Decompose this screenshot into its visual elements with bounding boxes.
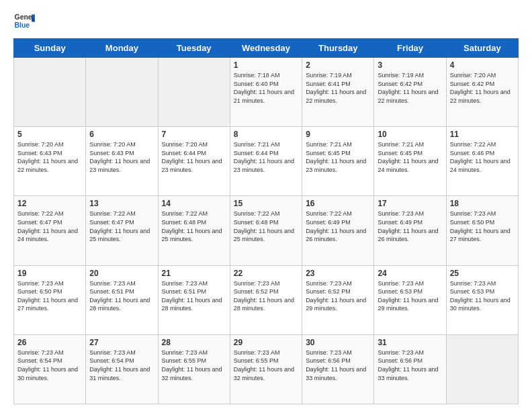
- weekday-header-monday: Monday: [86, 39, 158, 58]
- day-info: Sunrise: 7:23 AMSunset: 6:53 PMDaylight:…: [450, 279, 515, 313]
- logo-icon: General Blue: [13, 10, 35, 32]
- calendar-cell: 11Sunrise: 7:22 AMSunset: 6:46 PMDayligh…: [446, 127, 518, 196]
- calendar-cell: 29Sunrise: 7:23 AMSunset: 6:55 PMDayligh…: [230, 334, 302, 404]
- calendar-cell: 6Sunrise: 7:20 AMSunset: 6:43 PMDaylight…: [86, 127, 158, 196]
- calendar-cell: 8Sunrise: 7:21 AMSunset: 6:44 PMDaylight…: [230, 127, 302, 196]
- day-number: 1: [234, 60, 298, 70]
- day-number: 22: [234, 269, 298, 278]
- calendar-cell: 31Sunrise: 7:23 AMSunset: 6:56 PMDayligh…: [374, 334, 446, 404]
- day-info: Sunrise: 7:20 AMSunset: 6:44 PMDaylight:…: [162, 140, 226, 174]
- week-row-5: 26Sunrise: 7:23 AMSunset: 6:54 PMDayligh…: [14, 334, 519, 404]
- calendar-cell: 24Sunrise: 7:23 AMSunset: 6:53 PMDayligh…: [374, 265, 446, 334]
- day-info: Sunrise: 7:23 AMSunset: 6:55 PMDaylight:…: [162, 349, 226, 382]
- week-row-4: 19Sunrise: 7:23 AMSunset: 6:50 PMDayligh…: [14, 265, 519, 334]
- day-number: 9: [306, 130, 370, 139]
- day-number: 30: [306, 338, 370, 347]
- calendar-cell: 22Sunrise: 7:23 AMSunset: 6:52 PMDayligh…: [230, 265, 302, 334]
- day-number: 6: [89, 130, 154, 139]
- week-row-2: 5Sunrise: 7:20 AMSunset: 6:43 PMDaylight…: [14, 127, 519, 196]
- day-info: Sunrise: 7:23 AMSunset: 6:51 PMDaylight:…: [162, 279, 226, 313]
- day-info: Sunrise: 7:23 AMSunset: 6:54 PMDaylight:…: [17, 349, 82, 382]
- day-info: Sunrise: 7:23 AMSunset: 6:56 PMDaylight:…: [378, 349, 442, 382]
- calendar-cell: 12Sunrise: 7:22 AMSunset: 6:47 PMDayligh…: [14, 196, 86, 265]
- calendar-cell: 26Sunrise: 7:23 AMSunset: 6:54 PMDayligh…: [14, 334, 86, 404]
- calendar-cell: [446, 334, 518, 404]
- day-number: 23: [306, 269, 370, 278]
- day-number: 13: [89, 199, 154, 208]
- weekday-header-friday: Friday: [374, 39, 446, 58]
- day-info: Sunrise: 7:19 AMSunset: 6:41 PMDaylight:…: [306, 71, 370, 105]
- day-info: Sunrise: 7:20 AMSunset: 6:43 PMDaylight:…: [17, 140, 82, 174]
- day-info: Sunrise: 7:23 AMSunset: 6:52 PMDaylight:…: [234, 279, 298, 313]
- week-row-3: 12Sunrise: 7:22 AMSunset: 6:47 PMDayligh…: [14, 196, 519, 265]
- calendar-cell: 30Sunrise: 7:23 AMSunset: 6:56 PMDayligh…: [302, 334, 374, 404]
- day-number: 16: [306, 199, 370, 208]
- header: General Blue: [13, 10, 519, 32]
- day-number: 14: [162, 199, 226, 208]
- day-number: 2: [306, 60, 370, 70]
- svg-text:Blue: Blue: [15, 21, 30, 29]
- logo: General Blue: [13, 10, 35, 32]
- weekday-header-row: SundayMondayTuesdayWednesdayThursdayFrid…: [14, 39, 519, 58]
- calendar-cell: 13Sunrise: 7:22 AMSunset: 6:47 PMDayligh…: [86, 196, 158, 265]
- day-info: Sunrise: 7:23 AMSunset: 6:51 PMDaylight:…: [89, 279, 154, 313]
- day-number: 7: [162, 130, 226, 139]
- calendar-cell: [86, 58, 158, 127]
- day-number: 24: [378, 269, 442, 278]
- calendar-cell: [158, 58, 230, 127]
- day-info: Sunrise: 7:22 AMSunset: 6:46 PMDaylight:…: [450, 140, 515, 174]
- day-info: Sunrise: 7:22 AMSunset: 6:48 PMDaylight:…: [234, 210, 298, 243]
- day-number: 10: [378, 130, 442, 139]
- day-info: Sunrise: 7:20 AMSunset: 6:42 PMDaylight:…: [450, 71, 515, 105]
- calendar-cell: 20Sunrise: 7:23 AMSunset: 6:51 PMDayligh…: [86, 265, 158, 334]
- day-number: 8: [234, 130, 298, 139]
- day-info: Sunrise: 7:23 AMSunset: 6:49 PMDaylight:…: [378, 210, 442, 243]
- calendar: SundayMondayTuesdayWednesdayThursdayFrid…: [13, 38, 519, 404]
- day-number: 12: [17, 199, 82, 208]
- calendar-cell: 27Sunrise: 7:23 AMSunset: 6:54 PMDayligh…: [86, 334, 158, 404]
- calendar-cell: 4Sunrise: 7:20 AMSunset: 6:42 PMDaylight…: [446, 58, 518, 127]
- calendar-cell: 3Sunrise: 7:19 AMSunset: 6:42 PMDaylight…: [374, 58, 446, 127]
- day-info: Sunrise: 7:19 AMSunset: 6:42 PMDaylight:…: [378, 71, 442, 105]
- calendar-cell: 15Sunrise: 7:22 AMSunset: 6:48 PMDayligh…: [230, 196, 302, 265]
- day-number: 25: [450, 269, 515, 278]
- calendar-cell: 23Sunrise: 7:23 AMSunset: 6:52 PMDayligh…: [302, 265, 374, 334]
- day-info: Sunrise: 7:22 AMSunset: 6:47 PMDaylight:…: [89, 210, 154, 243]
- calendar-cell: 10Sunrise: 7:21 AMSunset: 6:45 PMDayligh…: [374, 127, 446, 196]
- day-info: Sunrise: 7:23 AMSunset: 6:54 PMDaylight:…: [89, 349, 154, 382]
- calendar-cell: 2Sunrise: 7:19 AMSunset: 6:41 PMDaylight…: [302, 58, 374, 127]
- week-row-1: 1Sunrise: 7:18 AMSunset: 6:40 PMDaylight…: [14, 58, 519, 127]
- calendar-cell: 7Sunrise: 7:20 AMSunset: 6:44 PMDaylight…: [158, 127, 230, 196]
- weekday-header-sunday: Sunday: [14, 39, 86, 58]
- calendar-cell: 5Sunrise: 7:20 AMSunset: 6:43 PMDaylight…: [14, 127, 86, 196]
- day-info: Sunrise: 7:23 AMSunset: 6:55 PMDaylight:…: [234, 349, 298, 382]
- day-number: 28: [162, 338, 226, 347]
- day-info: Sunrise: 7:23 AMSunset: 6:53 PMDaylight:…: [378, 279, 442, 313]
- day-number: 19: [17, 269, 82, 278]
- day-number: 15: [234, 199, 298, 208]
- day-info: Sunrise: 7:23 AMSunset: 6:50 PMDaylight:…: [17, 279, 82, 313]
- day-info: Sunrise: 7:22 AMSunset: 6:47 PMDaylight:…: [17, 210, 82, 243]
- calendar-cell: 16Sunrise: 7:22 AMSunset: 6:49 PMDayligh…: [302, 196, 374, 265]
- day-info: Sunrise: 7:22 AMSunset: 6:49 PMDaylight:…: [306, 210, 370, 243]
- calendar-cell: 17Sunrise: 7:23 AMSunset: 6:49 PMDayligh…: [374, 196, 446, 265]
- day-number: 5: [17, 130, 82, 139]
- day-number: 4: [450, 60, 515, 70]
- day-info: Sunrise: 7:23 AMSunset: 6:52 PMDaylight:…: [306, 279, 370, 313]
- day-number: 11: [450, 130, 515, 139]
- weekday-header-tuesday: Tuesday: [158, 39, 230, 58]
- calendar-cell: [14, 58, 86, 127]
- weekday-header-saturday: Saturday: [446, 39, 518, 58]
- day-number: 29: [234, 338, 298, 347]
- day-info: Sunrise: 7:20 AMSunset: 6:43 PMDaylight:…: [89, 140, 154, 174]
- weekday-header-thursday: Thursday: [302, 39, 374, 58]
- day-info: Sunrise: 7:22 AMSunset: 6:48 PMDaylight:…: [162, 210, 226, 243]
- day-number: 18: [450, 199, 515, 208]
- day-number: 26: [17, 338, 82, 347]
- day-number: 17: [378, 199, 442, 208]
- calendar-cell: 21Sunrise: 7:23 AMSunset: 6:51 PMDayligh…: [158, 265, 230, 334]
- day-number: 31: [378, 338, 442, 347]
- page: General Blue SundayMondayTuesdayWednesda…: [0, 0, 532, 411]
- calendar-cell: 28Sunrise: 7:23 AMSunset: 6:55 PMDayligh…: [158, 334, 230, 404]
- calendar-cell: 1Sunrise: 7:18 AMSunset: 6:40 PMDaylight…: [230, 58, 302, 127]
